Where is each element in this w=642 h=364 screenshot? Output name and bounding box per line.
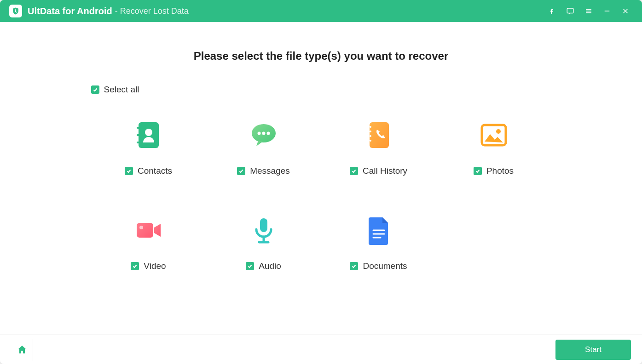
svg-rect-10	[137, 142, 139, 143]
svg-point-19	[370, 135, 371, 137]
video-checkbox[interactable]	[131, 262, 139, 270]
svg-rect-25	[260, 218, 267, 232]
messages-label: Messages	[250, 166, 290, 176]
select-all-checkbox[interactable]	[91, 85, 99, 94]
home-button[interactable]	[11, 339, 33, 361]
photos-icon	[479, 118, 509, 152]
contacts-checkbox[interactable]	[125, 167, 133, 175]
call-history-checkbox[interactable]	[350, 167, 358, 175]
close-icon[interactable]	[616, 2, 635, 20]
contacts-icon	[134, 118, 163, 152]
svg-point-22	[496, 129, 501, 134]
main-content: Please select the file type(s) you want …	[0, 22, 642, 335]
select-all-label: Select all	[104, 85, 139, 95]
feedback-icon[interactable]	[561, 2, 579, 20]
call-history-icon	[364, 118, 393, 152]
call-history-label: Call History	[363, 166, 407, 176]
svg-point-18	[370, 131, 371, 132]
app-subtitle: - Recover Lost Data	[115, 6, 189, 16]
start-button[interactable]: Start	[555, 340, 631, 360]
svg-point-15	[266, 131, 270, 135]
filetype-video[interactable]: Video	[91, 213, 206, 271]
app-logo-icon	[9, 5, 22, 17]
facebook-icon[interactable]	[543, 2, 561, 20]
app-window: UltData for Android - Recover Lost Data …	[0, 0, 642, 364]
page-heading: Please select the file type(s) you want …	[194, 50, 449, 63]
svg-point-14	[262, 131, 265, 135]
footer: Start	[0, 335, 642, 364]
svg-rect-23	[137, 223, 153, 238]
filetype-audio[interactable]: Audio	[206, 213, 321, 271]
documents-label: Documents	[363, 261, 407, 271]
filetype-messages[interactable]: Messages	[206, 118, 321, 176]
video-label: Video	[144, 261, 166, 271]
svg-rect-8	[137, 127, 139, 129]
filetype-documents[interactable]: Documents	[321, 213, 436, 271]
audio-label: Audio	[259, 261, 281, 271]
messages-checkbox[interactable]	[237, 167, 245, 175]
file-type-grid: Contacts Messages Call History	[91, 118, 551, 271]
svg-point-11	[145, 129, 152, 136]
messages-icon	[249, 118, 278, 152]
video-icon	[134, 213, 163, 247]
photos-checkbox[interactable]	[474, 167, 482, 175]
audio-checkbox[interactable]	[246, 262, 254, 270]
svg-point-17	[370, 126, 371, 128]
minimize-icon[interactable]	[598, 2, 616, 20]
titlebar: UltData for Android - Recover Lost Data	[0, 0, 642, 22]
filetype-contacts[interactable]: Contacts	[91, 118, 206, 176]
filetype-photos[interactable]: Photos	[436, 118, 551, 176]
svg-rect-0	[567, 8, 573, 13]
photos-label: Photos	[486, 166, 514, 176]
app-title: UltData for Android	[28, 6, 112, 17]
menu-icon[interactable]	[579, 2, 598, 20]
documents-checkbox[interactable]	[350, 262, 358, 270]
documents-icon	[364, 213, 393, 247]
audio-icon	[249, 213, 278, 247]
filetype-call-history[interactable]: Call History	[321, 118, 436, 176]
svg-point-24	[139, 226, 143, 229]
contacts-label: Contacts	[138, 166, 172, 176]
svg-point-13	[257, 131, 260, 135]
select-all-row[interactable]: Select all	[91, 85, 551, 95]
svg-point-20	[370, 140, 371, 142]
svg-rect-9	[137, 134, 139, 136]
